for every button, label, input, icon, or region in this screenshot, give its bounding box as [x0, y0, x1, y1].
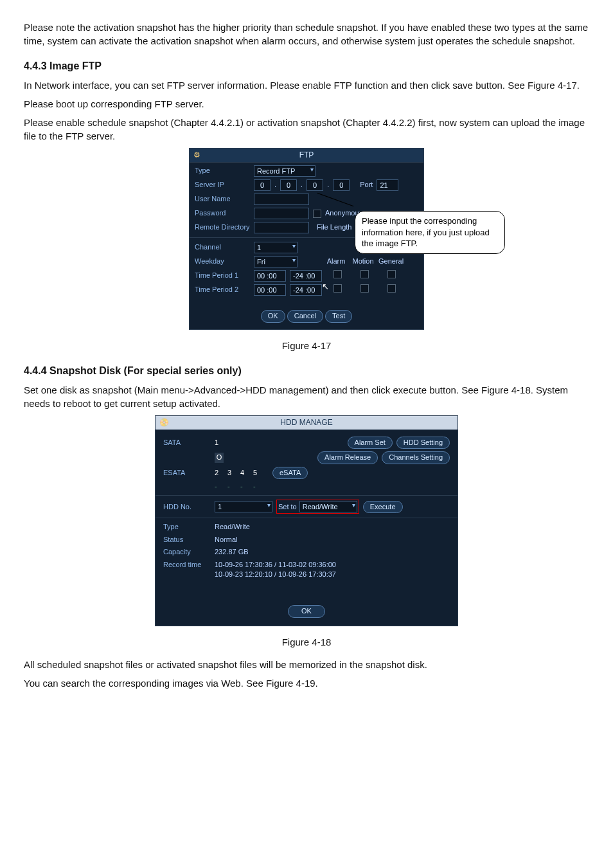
ip-octet-2[interactable]: 0: [280, 179, 297, 191]
hdd-ok-button[interactable]: OK: [288, 605, 325, 617]
tp2-motion-cb[interactable]: [360, 284, 369, 293]
figure-4-18-caption: Figure 4-18: [24, 635, 589, 649]
anonymous-checkbox[interactable]: [313, 210, 321, 218]
label-channel: Channel: [195, 242, 250, 252]
esata-5: 5: [253, 468, 262, 478]
sata-o: O: [215, 453, 224, 462]
password-input[interactable]: [254, 208, 309, 219]
paragraph: Please boot up corresponding FTP server.: [24, 97, 589, 111]
cancel-button[interactable]: Cancel: [287, 310, 323, 322]
user-name-input[interactable]: [254, 194, 309, 205]
label-hdd-no: HDD No.: [163, 502, 211, 512]
cursor-icon: ↖: [322, 281, 329, 293]
tp1-alarm-cb[interactable]: [333, 270, 342, 278]
tp2-from[interactable]: 00 :00: [254, 284, 286, 296]
paragraph: All scheduled snapshot files or activate…: [24, 658, 589, 671]
col-general: General: [378, 257, 402, 266]
label-type: Type: [195, 166, 250, 176]
figure-4-17-caption: Figure 4-17: [24, 339, 589, 352]
tp1-general-cb[interactable]: [387, 270, 396, 278]
label-remote-dir: Remote Directory: [195, 222, 250, 232]
label-capacity: Capacity: [163, 547, 211, 557]
set-to-select[interactable]: Read/Write: [299, 501, 357, 512]
tp1-from[interactable]: 00 :00: [254, 270, 286, 282]
alarm-release-button[interactable]: Alarm Release: [317, 451, 378, 464]
esata-4: 4: [240, 468, 249, 478]
label-weekday: Weekday: [195, 257, 250, 266]
value-record-time: 10-09-26 17:30:36 / 11-03-02 09:36:00 10…: [215, 560, 336, 580]
col-alarm: Alarm: [324, 257, 348, 266]
ok-button[interactable]: OK: [261, 310, 285, 322]
value-capacity: 232.87 GB: [215, 547, 249, 557]
figure-4-17-wrap: ⚙ FTP Type Record FTP Server IP 0 . 0 . …: [111, 148, 502, 329]
tp2-general-cb[interactable]: [387, 284, 396, 293]
tp2-to[interactable]: -24 :00: [290, 284, 322, 296]
ip-octet-1[interactable]: 0: [254, 179, 271, 191]
label-server-ip: Server IP: [195, 180, 250, 190]
value-status: Normal: [215, 535, 237, 545]
paragraph: Set one disk as snapshot (Main menu->Adv…: [24, 383, 589, 410]
label-hdd-type: Type: [163, 522, 211, 532]
alarm-set-button[interactable]: Alarm Set: [348, 437, 393, 449]
tp2-alarm-cb[interactable]: [333, 284, 342, 293]
paragraph: In Network interface, you can set FTP se…: [24, 78, 589, 92]
label-set-to: Set to: [278, 502, 297, 512]
callout-box: Please input the corresponding informati…: [355, 211, 505, 254]
esata-3: 3: [227, 468, 236, 478]
label-record-time: Record time: [163, 560, 211, 570]
remote-dir-input[interactable]: [254, 222, 309, 233]
weekday-select[interactable]: Fri: [254, 256, 298, 267]
value-hdd-type: Read/Write: [215, 522, 250, 532]
heading-image-ftp: 4.4.3 Image FTP: [24, 59, 589, 73]
hdd-title: HDD MANAGE: [280, 418, 332, 427]
label-password: Password: [195, 208, 250, 218]
esata-button[interactable]: eSATA: [272, 467, 308, 479]
hdd-titlebar: 📀 HDD MANAGE: [155, 416, 458, 430]
type-select[interactable]: Record FTP: [254, 165, 315, 177]
ftp-titlebar: ⚙ FTP: [190, 149, 423, 163]
label-esata: ESATA: [163, 468, 211, 478]
paragraph: You can search the corresponding images …: [24, 676, 589, 690]
titlebar-icon: 📀: [159, 417, 169, 428]
ftp-title: FTP: [299, 150, 314, 159]
label-status: Status: [163, 535, 211, 545]
hdd-setting-button[interactable]: HDD Setting: [396, 437, 450, 449]
tp1-motion-cb[interactable]: [360, 270, 369, 278]
ip-octet-4[interactable]: 0: [333, 179, 350, 191]
label-user-name: User Name: [195, 194, 250, 204]
label-tp1: Time Period 1: [195, 271, 250, 280]
sata-1: 1: [215, 438, 224, 448]
hdd-no-select[interactable]: 1: [215, 501, 272, 512]
execute-button[interactable]: Execute: [363, 501, 403, 513]
hdd-manage-dialog: 📀 HDD MANAGE SATA 1 Alarm Set HDD Settin…: [155, 415, 458, 626]
ip-octet-3[interactable]: 0: [306, 179, 323, 191]
paragraph: Please note the activation snapshot has …: [24, 21, 589, 48]
heading-snapshot-disk: 4.4.4 Snapshot Disk (For special series …: [24, 364, 589, 378]
label-tp2: Time Period 2: [195, 285, 250, 294]
test-button[interactable]: Test: [325, 310, 352, 322]
esata-2: 2: [215, 468, 224, 478]
label-sata: SATA: [163, 438, 211, 448]
port-input[interactable]: 21: [377, 179, 398, 191]
titlebar-icon: ⚙: [193, 150, 200, 161]
channels-setting-button[interactable]: Channels Setting: [382, 451, 450, 464]
channel-select[interactable]: 1: [254, 242, 298, 253]
paragraph: Please enable schedule snapshot (Chapter…: [24, 116, 589, 143]
label-port: Port: [360, 180, 373, 190]
col-motion: Motion: [351, 257, 375, 266]
tp1-to[interactable]: -24 :00: [290, 270, 322, 282]
label-file-length: File Length: [317, 222, 351, 232]
